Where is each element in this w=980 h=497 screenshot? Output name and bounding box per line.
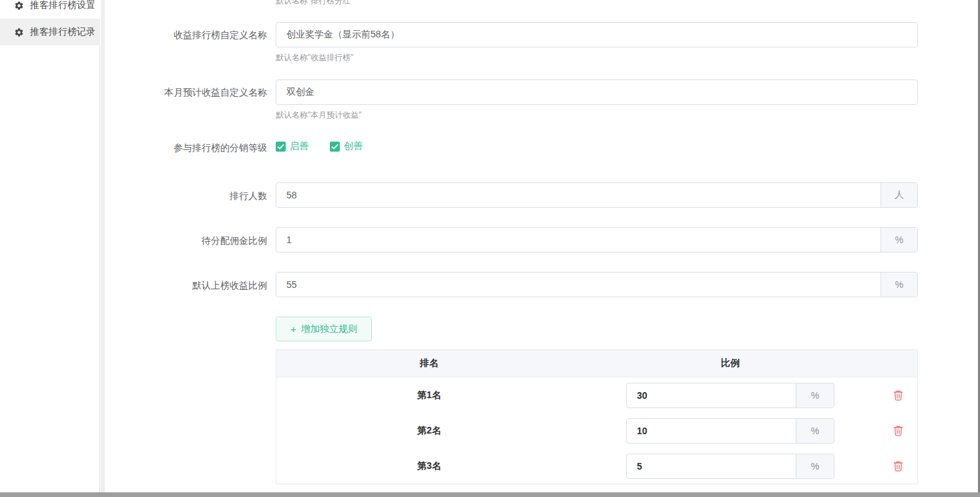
pending-commission-label: 待分配佣金比例: [100, 234, 267, 247]
default-ratio-field: %: [276, 272, 918, 297]
levels-checkbox-group: 启善 创善: [276, 140, 362, 152]
add-rule-button-label: 增加独立规则: [301, 323, 357, 335]
window-bottom-edge: [0, 492, 980, 497]
levels-label: 参与排行榜的分销等级: [100, 141, 267, 154]
pending-commission-input[interactable]: [276, 228, 881, 252]
ratio-input[interactable]: [627, 454, 796, 478]
actions-cell: [879, 460, 917, 472]
ratio-field: %: [626, 418, 834, 444]
pending-commission-unit: %: [881, 228, 917, 252]
level-checkbox-qishan[interactable]: 启善: [276, 140, 308, 152]
sidebar-item-ranking-records[interactable]: 推客排行榜记录: [0, 19, 100, 45]
default-ratio-label: 默认上榜收益比例: [100, 279, 267, 292]
table-row: 第1名 %: [276, 377, 917, 413]
percent-unit: %: [796, 454, 834, 478]
rank-cell: 第3名: [276, 460, 582, 472]
revenue-rank-name-hint: 默认名称"收益排行榜": [276, 52, 354, 63]
rank-ratio-table: 排名 比例 第1名 % 第2名 %: [276, 349, 918, 484]
sidebar-item-label: 推客排行榜记录: [30, 26, 95, 38]
scrollbar-track[interactable]: [101, 0, 105, 497]
rank-column-header: 排名: [276, 357, 582, 369]
checkbox-checked-icon: [276, 142, 286, 152]
rank-count-label: 排行人数: [100, 189, 267, 202]
ratio-field: %: [626, 383, 834, 408]
ratio-cell: %: [582, 454, 879, 479]
gear-icon: [14, 1, 24, 11]
ratio-cell: %: [582, 383, 879, 408]
revenue-rank-name-input[interactable]: [276, 23, 917, 47]
percent-unit: %: [796, 383, 834, 407]
default-ratio-unit: %: [881, 273, 917, 297]
rank-cell: 第1名: [276, 389, 582, 401]
delete-row-button[interactable]: [893, 460, 904, 472]
gear-icon: [14, 27, 24, 37]
ratio-input[interactable]: [627, 383, 796, 407]
rank-count-field: 人: [276, 182, 918, 208]
revenue-rank-name-label: 收益排行榜自定义名称: [100, 28, 267, 41]
sidebar: 推客排行榜设置 推客排行榜记录: [0, 0, 100, 497]
rank-cell: 第2名: [276, 425, 582, 437]
delete-row-button[interactable]: [893, 389, 904, 401]
month-income-name-input[interactable]: [276, 80, 917, 104]
field-hint-clipped: 默认名称"排行榜分红": [276, 0, 354, 6]
sidebar-item-label: 推客排行榜设置: [30, 0, 95, 11]
plus-icon: +: [290, 324, 296, 334]
default-ratio-input[interactable]: [276, 273, 881, 297]
pending-commission-field: %: [276, 227, 918, 253]
ratio-cell: %: [582, 418, 879, 444]
table-header-row: 排名 比例: [276, 350, 917, 377]
checkbox-label: 创善: [344, 140, 362, 152]
month-income-name-hint: 默认名称"本月预计收益": [276, 110, 362, 120]
sidebar-item-ranking-settings[interactable]: 推客排行榜设置: [0, 0, 100, 19]
table-row: 第2名 %: [276, 413, 917, 448]
month-income-name-field: [276, 79, 918, 105]
delete-row-button[interactable]: [893, 424, 904, 437]
level-checkbox-chuangshan[interactable]: 创善: [330, 140, 362, 152]
percent-unit: %: [796, 419, 834, 443]
month-income-name-label: 本月预计收益自定义名称: [100, 86, 267, 99]
checkbox-checked-icon: [330, 142, 340, 152]
ratio-column-header: 比例: [582, 357, 879, 369]
revenue-rank-name-field: [276, 22, 918, 47]
actions-cell: [879, 424, 917, 437]
admin-settings-page: 推客排行榜设置 推客排行榜记录 默认名称"排行榜分红" 收益排行榜自定义名称 默…: [0, 0, 980, 497]
actions-cell: [879, 389, 917, 401]
rank-count-unit: 人: [881, 183, 917, 207]
ratio-input[interactable]: [627, 419, 796, 443]
checkbox-label: 启善: [290, 140, 308, 152]
rank-count-input[interactable]: [276, 183, 881, 207]
table-row: 第3名 %: [276, 448, 917, 484]
add-rule-button[interactable]: + 增加独立规则: [276, 317, 372, 341]
ratio-field: %: [626, 454, 834, 479]
